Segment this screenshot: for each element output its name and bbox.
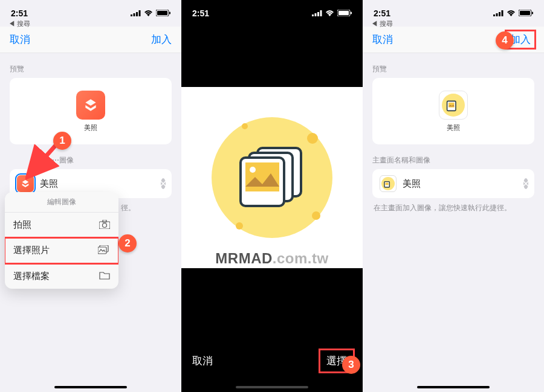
signal-icon <box>312 8 322 18</box>
clear-input-button[interactable] <box>523 178 528 189</box>
callout-badge-3: 3 <box>342 356 360 374</box>
cancel-button[interactable]: 取消 <box>10 33 30 47</box>
svg-rect-13 <box>312 14 314 16</box>
svg-rect-16 <box>320 10 322 16</box>
shortcut-preview-label: 美照 <box>84 123 97 132</box>
shortcut-preview-label: 美照 <box>447 123 460 132</box>
wifi-icon <box>325 8 334 18</box>
svg-rect-26 <box>496 13 498 16</box>
battery-icon <box>519 8 533 18</box>
shortcut-preview-icon <box>76 91 105 120</box>
battery-icon <box>156 8 170 18</box>
signal-icon <box>131 8 141 18</box>
popover-title: 編輯圖像 <box>5 192 118 213</box>
shortcut-thumbnail-icon[interactable] <box>380 175 397 192</box>
shortcut-name-input[interactable] <box>403 179 517 189</box>
svg-rect-35 <box>386 182 389 185</box>
picker-toolbar: 取消 選擇 <box>181 346 363 375</box>
svg-rect-15 <box>317 12 319 16</box>
wifi-icon <box>507 8 516 18</box>
phone-screen-2: 2:51 MRMAD.com.tw 取消 選擇 3 <box>181 0 363 392</box>
clear-input-button[interactable] <box>161 178 166 189</box>
home-indicator <box>236 386 308 388</box>
svg-rect-0 <box>131 14 132 16</box>
wifi-icon <box>144 8 153 18</box>
svg-rect-7 <box>99 222 110 229</box>
back-to-search[interactable]: ◀ 搜尋 <box>5 19 30 28</box>
svg-rect-27 <box>499 12 500 16</box>
svg-rect-5 <box>157 11 167 15</box>
callout-badge-1: 1 <box>53 132 71 150</box>
status-time: 2:51 <box>192 8 209 18</box>
callout-badge-2: 2 <box>118 234 137 252</box>
svg-rect-1 <box>134 13 135 16</box>
picker-cancel-button[interactable]: 取消 <box>192 354 213 368</box>
cancel-button[interactable]: 取消 <box>372 33 393 47</box>
shortcut-preview-icon <box>439 91 468 120</box>
svg-rect-28 <box>502 10 504 16</box>
svg-rect-19 <box>351 12 352 14</box>
watermark-text: MRMAD.com.tw <box>181 250 363 267</box>
add-button[interactable]: 加入 <box>151 33 172 47</box>
svg-rect-14 <box>315 13 317 16</box>
svg-rect-3 <box>139 10 141 16</box>
take-photo-label: 拍照 <box>13 219 31 231</box>
photo-library-icon <box>98 245 110 256</box>
svg-rect-30 <box>520 11 530 15</box>
svg-point-8 <box>103 223 107 227</box>
phone-screen-3: 2:51 ◀ 搜尋 取消 加入 4 預覽 美照 主畫面名稱和圖像 <box>363 0 544 392</box>
image-crop-preview[interactable]: MRMAD.com.tw <box>181 87 363 268</box>
callout-badge-4: 4 <box>496 31 514 50</box>
svg-rect-6 <box>169 12 170 14</box>
svg-rect-23 <box>245 162 279 191</box>
status-time: 2:51 <box>374 8 390 18</box>
selected-photo-illustration <box>212 117 332 238</box>
name-section-label: 主畫面名稱和圖像 <box>363 144 544 169</box>
home-indicator <box>417 386 490 388</box>
svg-rect-31 <box>532 12 533 14</box>
nav-bar: 取消 加入 <box>0 27 181 53</box>
choose-photo-label: 選擇照片 <box>13 245 50 256</box>
signal-icon <box>493 8 504 18</box>
folder-icon <box>99 271 110 281</box>
svg-point-24 <box>250 167 256 173</box>
svg-rect-18 <box>338 11 349 15</box>
home-indicator <box>54 386 127 388</box>
nav-bar: 取消 加入 <box>363 27 544 53</box>
phone-screen-1: 2:51 ◀ 搜尋 取消 加入 預覽 美照 主畫⋯⋯圖像 徑。 編輯圖像 拍照 <box>0 0 181 392</box>
preview-card: 美照 <box>372 78 534 144</box>
edit-image-popover: 編輯圖像 拍照 選擇照片 選擇檔案 <box>5 192 118 289</box>
preview-section-label: 預覽 <box>0 53 181 78</box>
choose-file-label: 選擇檔案 <box>13 271 50 282</box>
choose-file-option[interactable]: 選擇檔案 <box>5 263 118 289</box>
camera-icon <box>99 220 110 231</box>
choose-photo-option[interactable]: 選擇照片 <box>5 238 118 263</box>
svg-rect-2 <box>136 12 138 16</box>
footer-hint: 在主畫面加入圖像，讓您快速執行此捷徑。 <box>363 198 544 218</box>
svg-line-12 <box>30 142 59 174</box>
status-time: 2:51 <box>11 8 28 18</box>
battery-icon <box>337 8 352 18</box>
preview-section-label: 預覽 <box>363 53 544 78</box>
status-bar: 2:51 <box>181 0 363 27</box>
back-to-search[interactable]: ◀ 搜尋 <box>368 19 393 28</box>
take-photo-option[interactable]: 拍照 <box>5 213 118 238</box>
name-input-row <box>372 169 534 198</box>
preview-card: 美照 <box>10 78 172 144</box>
svg-rect-25 <box>493 14 495 16</box>
